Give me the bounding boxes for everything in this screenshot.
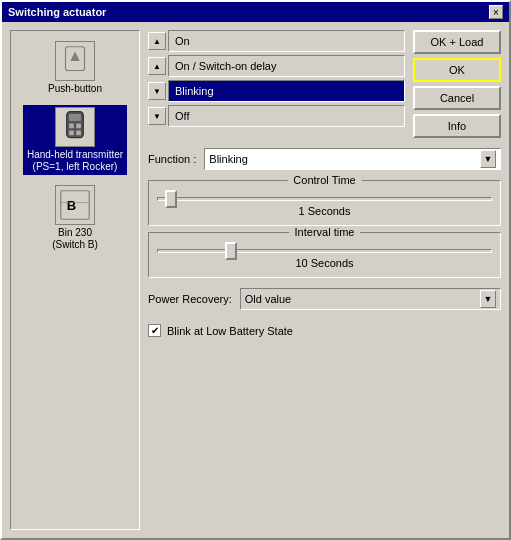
ok-load-button[interactable]: OK + Load: [413, 30, 501, 54]
push-button-label: Push-button: [48, 83, 102, 95]
arrow-down-icon2: ▼: [153, 112, 161, 121]
device-handheld[interactable]: Hand-held transmitter(PS=1, left Rocker): [23, 105, 127, 175]
control-time-thumb[interactable]: [165, 190, 177, 208]
svg-rect-3: [69, 114, 81, 121]
function-select[interactable]: Blinking ▼: [204, 148, 501, 170]
device-bin230[interactable]: B Bin 230(Switch B): [48, 183, 102, 253]
blink-battery-checkbox[interactable]: ✔: [148, 324, 161, 337]
bin230-icon: B: [55, 185, 95, 225]
arrow-down-icon: ▼: [153, 87, 161, 96]
device-list: Push-button Hand-held transmitter(PS=1, …: [10, 30, 140, 530]
arrow-up-icon: ▲: [153, 37, 161, 46]
svg-rect-4: [69, 123, 74, 128]
title-bar: Switching actuator ×: [2, 2, 509, 22]
power-recovery-row: Power Recovery: Old value ▼: [148, 284, 501, 314]
mode-blinking[interactable]: ▼ Blinking: [148, 80, 405, 102]
control-time-track: [157, 197, 492, 201]
power-recovery-select[interactable]: Old value ▼: [240, 288, 501, 310]
svg-rect-5: [76, 123, 81, 128]
push-button-icon: [55, 41, 95, 81]
main-content: Push-button Hand-held transmitter(PS=1, …: [2, 22, 509, 538]
interval-time-value: 10 Seconds: [157, 257, 492, 269]
blink-battery-label: Blink at Low Battery State: [167, 325, 293, 337]
handheld-label: Hand-held transmitter(PS=1, left Rocker): [27, 149, 123, 173]
action-buttons: OK + Load OK Cancel Info: [413, 30, 501, 138]
control-time-section: Control Time 1 Seconds: [148, 180, 501, 226]
interval-time-thumb[interactable]: [225, 242, 237, 260]
info-button[interactable]: Info: [413, 114, 501, 138]
interval-time-title: Interval time: [289, 226, 361, 238]
device-push-button[interactable]: Push-button: [44, 39, 106, 97]
mode-blinking-down-btn[interactable]: ▼: [148, 82, 166, 100]
control-time-value: 1 Seconds: [157, 205, 492, 217]
svg-rect-7: [76, 131, 81, 136]
interval-time-track: [157, 249, 492, 253]
blink-battery-row: ✔ Blink at Low Battery State: [148, 320, 501, 341]
cancel-button[interactable]: Cancel: [413, 86, 501, 110]
mode-off-label: Off: [168, 105, 405, 127]
handheld-icon: [55, 107, 95, 147]
mode-switch-on-up-btn[interactable]: ▲: [148, 57, 166, 75]
top-section: ▲ On ▲ On / Switch-on delay: [148, 30, 501, 138]
mode-on-up-btn[interactable]: ▲: [148, 32, 166, 50]
control-time-title: Control Time: [287, 174, 361, 186]
mode-off-down-btn[interactable]: ▼: [148, 107, 166, 125]
mode-blinking-label: Blinking: [168, 80, 405, 102]
svg-rect-6: [69, 131, 74, 136]
power-recovery-dropdown-arrow[interactable]: ▼: [480, 290, 496, 308]
close-button[interactable]: ×: [489, 5, 503, 19]
power-recovery-value: Old value: [245, 293, 291, 305]
mode-off[interactable]: ▼ Off: [148, 105, 405, 127]
right-panel: ▲ On ▲ On / Switch-on delay: [148, 30, 501, 530]
svg-text:B: B: [67, 198, 76, 213]
power-recovery-label: Power Recovery:: [148, 293, 232, 305]
interval-time-section: Interval time 10 Seconds: [148, 232, 501, 278]
mode-list: ▲ On ▲ On / Switch-on delay: [148, 30, 405, 138]
main-window: Switching actuator × Push-button: [0, 0, 511, 540]
bin230-label: Bin 230(Switch B): [52, 227, 98, 251]
mode-switch-on-delay[interactable]: ▲ On / Switch-on delay: [148, 55, 405, 77]
function-label: Function :: [148, 153, 196, 165]
function-row: Function : Blinking ▼: [148, 144, 501, 174]
window-title: Switching actuator: [8, 6, 106, 18]
mode-switch-on-label: On / Switch-on delay: [168, 55, 405, 77]
function-value: Blinking: [209, 153, 248, 165]
function-dropdown-arrow[interactable]: ▼: [480, 150, 496, 168]
checkmark-icon: ✔: [151, 325, 159, 336]
mode-on-label: On: [168, 30, 405, 52]
mode-on[interactable]: ▲ On: [148, 30, 405, 52]
arrow-up-icon2: ▲: [153, 62, 161, 71]
ok-button[interactable]: OK: [413, 58, 501, 82]
